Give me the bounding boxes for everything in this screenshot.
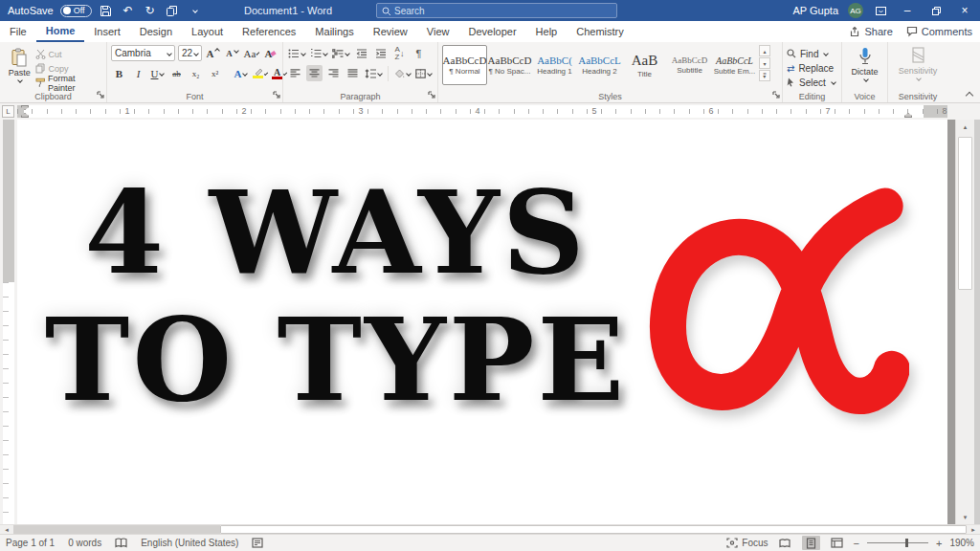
paste-button[interactable]: Paste bbox=[4, 45, 35, 90]
word-count[interactable]: 0 words bbox=[68, 538, 101, 548]
styles-scroll-up-icon[interactable]: ▴ bbox=[759, 45, 770, 56]
redo-icon[interactable]: ↻ bbox=[143, 3, 158, 18]
underline-button[interactable]: U bbox=[149, 65, 166, 81]
zoom-level[interactable]: 190% bbox=[949, 538, 974, 548]
zoom-in-button[interactable]: + bbox=[936, 538, 942, 549]
style-normal[interactable]: AaBbCcD¶ Normal bbox=[442, 45, 487, 85]
style-heading-2[interactable]: AaBbCcLHeading 2 bbox=[577, 45, 622, 85]
styles-scroll-down-icon[interactable]: ▾ bbox=[759, 57, 770, 69]
vertical-scroll-thumb[interactable] bbox=[958, 137, 972, 290]
change-case-button[interactable]: Aa bbox=[243, 45, 259, 61]
document-page[interactable]: 4 WAYS TO TYPE α bbox=[17, 120, 947, 524]
undo-icon[interactable]: ↶ bbox=[121, 3, 136, 18]
tab-review[interactable]: Review bbox=[364, 21, 417, 42]
strikethrough-button[interactable]: ab bbox=[168, 65, 185, 81]
find-button[interactable]: Find bbox=[787, 47, 835, 60]
ribbon-display-options-icon[interactable] bbox=[873, 3, 888, 18]
scroll-up-icon[interactable]: ▴ bbox=[956, 120, 974, 134]
align-center-button[interactable] bbox=[306, 65, 323, 81]
save-icon[interactable] bbox=[99, 3, 114, 18]
style-heading-1[interactable]: AaBbC(Heading 1 bbox=[532, 45, 577, 85]
decrease-indent-button[interactable] bbox=[353, 45, 369, 61]
justify-button[interactable] bbox=[345, 65, 361, 81]
search-box[interactable]: Search bbox=[376, 3, 617, 18]
zoom-slider[interactable] bbox=[867, 542, 928, 543]
restore-button[interactable] bbox=[926, 2, 946, 19]
superscript-button[interactable]: x² bbox=[207, 65, 223, 81]
vertical-ruler[interactable] bbox=[0, 120, 17, 524]
tab-view[interactable]: View bbox=[417, 21, 459, 42]
tab-home[interactable]: Home bbox=[36, 21, 85, 42]
text-effects-button[interactable]: A bbox=[233, 65, 249, 81]
increase-indent-button[interactable] bbox=[372, 45, 389, 61]
grow-font-button[interactable]: A bbox=[205, 45, 221, 61]
vertical-scrollbar[interactable]: ▴ ▾ bbox=[955, 120, 974, 524]
style-no-spacing[interactable]: AaBbCcD¶ No Spac... bbox=[487, 45, 532, 85]
cut-button[interactable]: Cut bbox=[35, 48, 102, 60]
tab-mailings[interactable]: Mailings bbox=[305, 21, 363, 42]
tab-design[interactable]: Design bbox=[130, 21, 182, 42]
italic-button[interactable]: I bbox=[130, 65, 146, 81]
multilevel-list-button[interactable] bbox=[331, 45, 350, 61]
font-size-combo[interactable]: 22 bbox=[178, 45, 202, 61]
dictate-button[interactable]: Dictate bbox=[846, 45, 883, 90]
clear-formatting-button[interactable]: A bbox=[262, 45, 278, 61]
zoom-out-button[interactable]: − bbox=[854, 538, 859, 549]
tab-developer[interactable]: Developer bbox=[458, 21, 525, 42]
shading-button[interactable] bbox=[393, 65, 412, 81]
select-button[interactable]: Select bbox=[787, 76, 835, 89]
clipboard-dialog-launcher-icon[interactable] bbox=[97, 90, 104, 100]
bold-button[interactable]: B bbox=[111, 65, 127, 81]
scroll-right-icon[interactable]: ▸ bbox=[967, 525, 980, 534]
close-button[interactable]: × bbox=[955, 2, 974, 19]
web-layout-button[interactable] bbox=[828, 536, 846, 550]
tab-file[interactable]: File bbox=[0, 21, 36, 42]
tab-references[interactable]: References bbox=[233, 21, 305, 42]
shrink-font-button[interactable]: A bbox=[224, 45, 240, 61]
page-indicator[interactable]: Page 1 of 1 bbox=[6, 538, 55, 548]
print-layout-button[interactable] bbox=[802, 536, 820, 550]
read-mode-button[interactable] bbox=[776, 536, 794, 550]
subscript-button[interactable]: x₂ bbox=[188, 65, 204, 81]
touch-mouse-mode-icon[interactable] bbox=[165, 3, 180, 18]
font-family-combo[interactable]: Cambria bbox=[111, 45, 175, 61]
proofing-book-icon[interactable] bbox=[115, 538, 127, 548]
paragraph-dialog-launcher-icon[interactable] bbox=[428, 90, 435, 100]
tab-help[interactable]: Help bbox=[526, 21, 568, 42]
line-spacing-button[interactable] bbox=[364, 65, 383, 81]
zoom-slider-thumb[interactable] bbox=[905, 539, 908, 547]
tab-insert[interactable]: Insert bbox=[84, 21, 130, 42]
bullets-button[interactable] bbox=[287, 45, 306, 61]
styles-more-icon[interactable]: =▾ bbox=[759, 70, 770, 81]
autosave-toggle[interactable]: Off bbox=[60, 5, 92, 17]
macro-recorder-icon[interactable] bbox=[252, 538, 263, 548]
horizontal-scrollbar[interactable]: ◂ ▸ bbox=[0, 524, 980, 534]
sort-button[interactable]: AZ↓ bbox=[391, 45, 408, 61]
numbering-button[interactable] bbox=[309, 45, 328, 61]
language-indicator[interactable]: English (United States) bbox=[141, 538, 238, 548]
align-left-button[interactable] bbox=[287, 65, 303, 81]
show-hide-marks-button[interactable]: ¶ bbox=[411, 45, 427, 61]
quick-access-dropdown-icon[interactable] bbox=[187, 3, 202, 18]
font-dialog-launcher-icon[interactable] bbox=[273, 90, 280, 100]
user-name[interactable]: AP Gupta bbox=[793, 5, 839, 16]
format-painter-button[interactable]: Format Painter bbox=[35, 77, 102, 89]
avatar[interactable]: AG bbox=[848, 3, 863, 18]
comments-button[interactable]: Comments bbox=[906, 26, 972, 37]
horizontal-scroll-thumb[interactable] bbox=[220, 525, 967, 534]
tab-selector-icon[interactable]: L bbox=[2, 105, 14, 118]
scroll-left-icon[interactable]: ◂ bbox=[0, 525, 13, 534]
collapse-ribbon-icon[interactable] bbox=[966, 92, 973, 99]
tab-layout[interactable]: Layout bbox=[182, 21, 233, 42]
highlight-color-button[interactable] bbox=[252, 65, 268, 81]
focus-button[interactable]: Focus bbox=[726, 538, 768, 548]
style-subtle-emphasis[interactable]: AaBbCcLSubtle Em... bbox=[712, 45, 757, 85]
styles-dialog-launcher-icon[interactable] bbox=[772, 90, 780, 100]
share-button[interactable]: Share bbox=[849, 26, 892, 37]
sensitivity-button[interactable]: Sensitivity bbox=[898, 45, 938, 90]
style-subtitle[interactable]: AaBbCcDSubtitle bbox=[667, 45, 712, 85]
horizontal-ruler[interactable]: L 1 2 3 4 5 6 7 8 bbox=[0, 103, 980, 120]
scroll-down-icon[interactable]: ▾ bbox=[956, 510, 974, 524]
style-title[interactable]: AaBTitle bbox=[622, 45, 667, 85]
borders-button[interactable] bbox=[414, 65, 433, 81]
